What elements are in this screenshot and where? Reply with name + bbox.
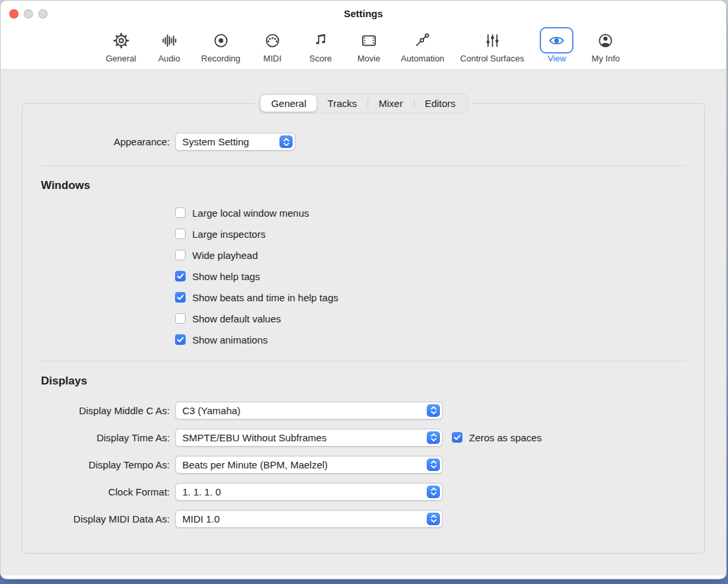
display-midi-data-popup[interactable]: MIDI 1.0: [175, 510, 443, 528]
popup-value: C3 (Yamaha): [182, 405, 240, 416]
large-inspectors-checkbox[interactable]: [175, 229, 186, 239]
record-icon: [212, 32, 230, 50]
control-surfaces-icon: [484, 32, 501, 50]
display-middle-c-popup[interactable]: C3 (Yamaha): [175, 402, 443, 420]
toolbar-item-movie[interactable]: Movie: [353, 27, 385, 63]
appearance-label: Appearance:: [41, 136, 170, 147]
popup-value: MIDI 1.0: [182, 513, 220, 525]
window-title: Settings: [1, 1, 726, 27]
popup-stepper-icon: [279, 135, 293, 148]
tab-general[interactable]: General: [260, 95, 316, 112]
row-label: Display Time As:: [41, 432, 170, 443]
show-animations-checkbox[interactable]: [175, 334, 186, 345]
checkbox-label: Wide playhead: [192, 250, 258, 261]
toolbar-item-label: MIDI: [264, 54, 281, 63]
display-row: Clock Format: 1. 1. 1. 0: [41, 482, 686, 501]
zeros-as-spaces-row: Zeros as spaces: [452, 432, 542, 443]
toolbar-item-label: My Info: [592, 54, 620, 63]
row-label: Display MIDI Data As:: [41, 513, 170, 525]
checkbox-label: Show help tags: [192, 271, 260, 282]
settings-window: Settings General Audio: [0, 0, 727, 579]
appearance-popup[interactable]: System Setting: [175, 133, 295, 151]
toolbar-item-label: Score: [309, 54, 332, 63]
checkbox-row: Wide playhead: [175, 248, 686, 262]
title-bar: Settings: [1, 1, 726, 26]
midi-icon: [264, 32, 281, 50]
checkbox-label: Show default values: [192, 313, 281, 324]
toolbar-item-my-info[interactable]: My Info: [589, 27, 622, 63]
eye-icon: [547, 32, 566, 50]
displays-rows: Display Middle C As: C3 (Yamaha) Display…: [41, 401, 686, 528]
checkbox-row: Show help tags: [175, 270, 686, 283]
checkbox-label: Large inspectors: [192, 229, 266, 240]
traffic-lights: [9, 9, 48, 18]
toolbar-item-automation[interactable]: Automation: [401, 27, 445, 63]
popup-value: SMPTE/EBU Without Subframes: [182, 432, 326, 443]
popup-value: System Setting: [182, 136, 249, 147]
wide-playhead-checkbox[interactable]: [175, 250, 186, 260]
tab-editors[interactable]: Editors: [414, 95, 466, 112]
score-icon: [312, 32, 330, 50]
toolbar-item-label: Control Surfaces: [460, 54, 525, 63]
display-row: Display Tempo As: Beats per Minute (BPM,…: [41, 455, 686, 474]
settings-toolbar: General Audio Recording: [1, 26, 726, 70]
appearance-row: Appearance: System Setting: [41, 133, 686, 151]
tab-bar: General Tracks Mixer Editors: [254, 93, 472, 114]
row-label: Display Middle C As:: [41, 405, 170, 416]
row-label: Display Tempo As:: [41, 459, 170, 470]
display-time-popup[interactable]: SMPTE/EBU Without Subframes: [175, 429, 443, 447]
popup-stepper-icon: [427, 458, 440, 471]
automation-icon: [414, 32, 431, 50]
display-row: Display Middle C As: C3 (Yamaha): [41, 401, 686, 420]
checkbox-label: Show animations: [192, 334, 268, 346]
popup-stepper-icon: [427, 431, 440, 444]
clock-format-popup[interactable]: 1. 1. 1. 0: [175, 483, 443, 501]
tab-mixer[interactable]: Mixer: [368, 95, 414, 112]
toolbar-item-view[interactable]: View: [540, 27, 573, 63]
toolbar-item-label: View: [548, 54, 566, 63]
checkbox-row: Show animations: [175, 333, 686, 346]
zeros-as-spaces-checkbox[interactable]: [452, 432, 462, 443]
toolbar-item-score[interactable]: Score: [305, 27, 337, 63]
show-help-tags-checkbox[interactable]: [175, 271, 186, 281]
close-button[interactable]: [9, 9, 18, 18]
tab-tracks[interactable]: Tracks: [317, 95, 367, 112]
toolbar-item-midi[interactable]: MIDI: [256, 27, 289, 63]
display-tempo-popup[interactable]: Beats per Minute (BPM, Maelzel): [175, 456, 443, 474]
checkbox-label: Zeros as spaces: [469, 432, 542, 443]
person-icon: [597, 32, 614, 50]
movie-icon: [360, 32, 378, 50]
windows-section-title: Windows: [41, 179, 686, 192]
toolbar-item-label: Movie: [357, 54, 381, 63]
display-row: Display MIDI Data As: MIDI 1.0: [41, 509, 686, 528]
toolbar-item-general[interactable]: General: [105, 27, 137, 63]
minimize-button[interactable]: [24, 9, 33, 18]
popup-stepper-icon: [427, 404, 440, 417]
row-label: Clock Format:: [41, 486, 170, 497]
general-tab-panel: General Tracks Mixer Editors Appearance:…: [22, 103, 705, 554]
popup-stepper-icon: [427, 486, 440, 498]
checkbox-label: Large local window menus: [192, 207, 309, 219]
displays-section-title: Displays: [41, 375, 686, 388]
popup-value: Beats per Minute (BPM, Maelzel): [182, 459, 328, 470]
show-default-values-checkbox[interactable]: [175, 313, 186, 324]
desktop-backdrop: Settings General Audio: [0, 0, 728, 584]
toolbar-item-recording[interactable]: Recording: [201, 27, 240, 63]
gear-icon: [112, 32, 130, 50]
checkbox-row: Show default values: [175, 312, 686, 325]
checkbox-label: Show beats and time in help tags: [192, 292, 338, 303]
popup-value: 1. 1. 1. 0: [182, 486, 221, 497]
zoom-button[interactable]: [38, 9, 48, 18]
toolbar-item-label: Recording: [201, 54, 240, 63]
toolbar-item-audio[interactable]: Audio: [153, 27, 186, 63]
waveform-icon: [161, 32, 178, 50]
toolbar-item-control-surfaces[interactable]: Control Surfaces: [460, 27, 525, 63]
section-divider: [41, 165, 686, 166]
toolbar-item-label: Automation: [401, 54, 445, 63]
view-settings-pane: General Tracks Mixer Editors Appearance:…: [1, 70, 726, 575]
checkbox-row: Large inspectors: [175, 227, 686, 240]
large-local-window-menus-checkbox[interactable]: [175, 207, 186, 218]
popup-stepper-icon: [427, 513, 440, 525]
section-divider: [41, 361, 686, 361]
show-beats-and-time-checkbox[interactable]: [175, 292, 186, 303]
